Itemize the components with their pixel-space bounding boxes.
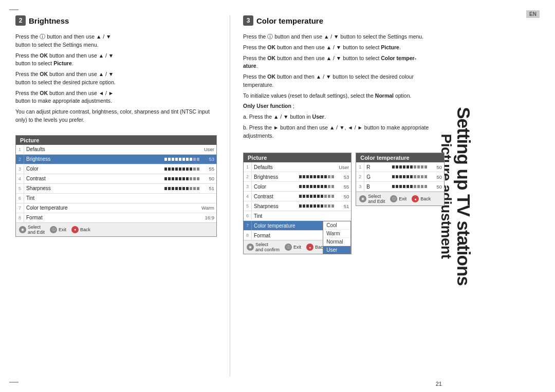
row-value-3: 50 [336,194,351,199]
ct-panel-footer: ◉ Selectand Edit ⓘ Exit ● Back [356,192,444,206]
ct-row-value-0: 50 [429,164,444,170]
row-value-1: 53 [336,174,351,180]
section3-p7: a. Press the ▲ / ▼ button in User. [243,113,445,121]
ct-exit-ctrl: ⓘ Exit [390,195,406,202]
section3-p3: Press the OK button and then use ▲ / ▼ b… [243,54,445,71]
exit-label: Exit [59,227,66,232]
ct-row-0: 1R50 [356,162,444,172]
select-edit-ctrl: ◉ Selectand Edit [19,225,45,235]
ct-option-cool[interactable]: Cool [323,221,350,230]
picture-row-3: 4Contrast50 [244,192,351,201]
row-num-6: 7 [244,221,252,230]
ct-select-icon: ◉ [359,195,366,202]
picture-row-4: 5Sharpness51 [244,201,351,211]
ct-row-label-0: R [364,164,392,171]
row-num-1: 2 [244,172,252,181]
row-num-5: 6 [244,211,252,220]
row-num-4: 5 [244,201,252,211]
page-title-line1: Setting up TV stations [454,107,473,285]
row-num-1: 2 [16,155,24,164]
row-num-7: 8 [244,231,252,240]
picture-row-6: 7Color temperatureCoolWarmNormalUser [244,221,351,231]
picture-row-0: 1DefaultsUser [244,162,351,172]
picture-row-1: 2Brightness53 [16,155,216,164]
ct-exit-icon: ⓘ [390,195,397,202]
row-label-3: Contrast [24,175,164,182]
section3-num: 3 [243,15,253,26]
ct-select-label: Selectand Edit [368,194,385,204]
en-badge: EN [526,10,540,18]
ct-back-ctrl: ● Back [412,195,431,202]
row-value-4: 51 [201,185,216,191]
section2-num: 2 [15,15,26,26]
row-label-2: Color [252,183,299,190]
page-number: 21 [436,381,442,387]
picture-row-0: 1DefaultsUser [16,145,216,155]
select-confirm-ctrl: ◉ Selectand confirm [247,242,280,252]
row-label-0: Defaults [24,146,201,153]
row-num-0: 1 [16,145,24,154]
ct-row-num-2: 3 [356,182,364,191]
right-panel: EN Setting up TV stations Picture adjust… [447,0,555,392]
ct-exit-label: Exit [399,196,406,201]
row-num-3: 4 [244,192,252,201]
row-num-3: 4 [16,174,24,183]
exit-ctrl-r: ⓘ Exit [285,244,301,251]
picture-panel-left: Picture 1DefaultsUser2Brightness533Color… [15,135,217,237]
picture-row-1: 2Brightness53 [244,172,351,182]
ct-row-1: 2G50 [356,172,444,182]
row-num-2: 3 [244,182,252,191]
row-label-5: Tint [252,213,336,219]
row-label-2: Color [24,165,164,172]
ct-option-warm[interactable]: Warm [323,230,350,238]
row-value-2: 55 [336,184,351,190]
row-num-6: 7 [16,203,24,213]
section3-p8: b. Press the ► button and then use ▲ / ▼… [243,124,445,140]
row-num-4: 5 [16,184,24,193]
corner-mark-tl [9,9,18,10]
back-icon-r: ● [306,244,313,251]
row-value-3: 50 [201,176,216,181]
exit-ctrl: ⓘ Exit [50,226,66,233]
ct-back-icon: ● [412,195,419,202]
ct-row-value-2: 50 [429,184,444,190]
ct-option-normal[interactable]: Normal [323,238,350,246]
col-left: 2 Brightness Press the ⓘ button and then… [15,15,217,377]
section2-body: Press the ⓘ button and then use ▲ / ▼but… [15,33,217,127]
picture-row-3: 4Contrast50 [16,174,216,184]
section3-p6: Only User function ; [243,102,445,110]
ct-option-user[interactable]: User [323,246,350,254]
back-label: Back [80,227,90,232]
section2-p1: Press the ⓘ button and then use ▲ / ▼but… [15,33,217,49]
row-value-0: User [201,146,216,152]
back-ctrl: ● Back [71,226,90,233]
col-right: 3 Color temperature Press the ⓘ button a… [243,15,445,377]
row-value-7: 16:9 [201,215,216,220]
row-num-2: 3 [16,164,24,174]
section3-p2: Press the OK button and then use ▲ / ▼ b… [243,44,445,52]
picture-panel-left-header: Picture [16,136,216,145]
select-label: Selectand Edit [28,225,45,235]
corner-mark-bl [9,382,18,383]
ct-row-label-1: G [364,174,392,180]
row-value-6: Warm [201,205,216,211]
ct-dropdown[interactable]: CoolWarmNormalUser [323,221,351,254]
ct-row-2: 3B50 [356,182,444,192]
picture-row-4: 5Sharpness51 [16,184,216,194]
row-label-1: Brightness [252,174,299,180]
row-label-7: Format [24,214,201,221]
section2-p2: Press the OK button and then use ▲ / ▼bu… [15,52,217,68]
row-num-7: 8 [16,213,24,222]
exit-icon: ⓘ [50,226,57,233]
ct-row-label-2: B [364,183,392,190]
section3-p4: Press the OK button and then ▲ / ▼ butto… [243,73,445,89]
section3-title: Color temperature [256,16,323,25]
picture-row-7: 8Format16:9 [16,213,216,222]
row-label-0: Defaults [252,164,336,171]
picture-panel-left-footer: ◉ Selectand Edit ⓘ Exit ● Back [16,222,216,236]
row-num-0: 1 [244,162,252,172]
picture-row-5: 6Tint [244,211,351,221]
back-icon: ● [71,226,79,233]
row-num-5: 6 [16,194,24,203]
section2-title: Brightness [29,16,69,25]
